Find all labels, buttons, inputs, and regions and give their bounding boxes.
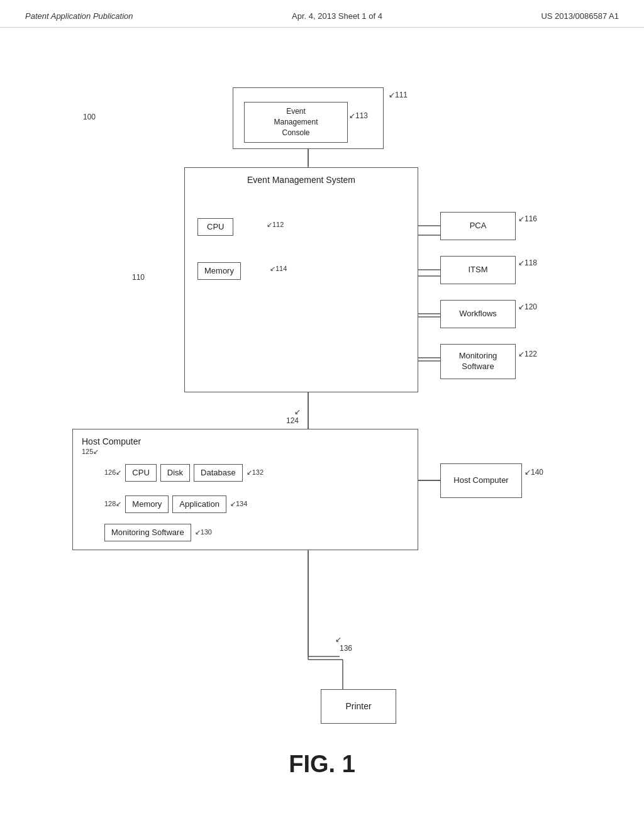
ref-126-label: 126↙ (104, 468, 121, 477)
itsm-box: ITSM (440, 256, 516, 284)
ref-124-label: 124 (286, 416, 299, 425)
ref-122: ↙122 (518, 350, 537, 358)
event-management-console-box: Event Management Console (244, 102, 348, 143)
header-center: Apr. 4, 2013 Sheet 1 of 4 (292, 11, 382, 21)
diagram-area: 100 Display Event Management Console ↙11… (0, 28, 644, 782)
disk-box: Disk (160, 464, 190, 482)
ref-111: ↙111 (389, 91, 408, 99)
host-computer-140-box: Host Computer (440, 463, 522, 498)
monitoring-software-130-box: Monitoring Software (104, 524, 191, 541)
application-box: Application (172, 495, 226, 513)
memory-128-box: Memory (125, 495, 169, 513)
ref-128-label: 128↙ (104, 499, 121, 509)
page-header: Patent Application Publication Apr. 4, 2… (0, 0, 644, 28)
ref-130-label: ↙130 (195, 528, 212, 537)
cpu-112-inner: CPU (197, 218, 233, 236)
workflows-box: Workflows (440, 300, 516, 328)
memory-114-inner: Memory (197, 262, 241, 280)
monitoring-software-122-box: Monitoring Software (440, 344, 516, 379)
ref-140: ↙140 (525, 468, 543, 477)
ref-114: ↙114 (270, 264, 287, 274)
header-right: US 2013/0086587 A1 (541, 11, 619, 21)
database-box: Database (194, 464, 243, 482)
pca-box: PCA (440, 212, 516, 240)
ref-125: 125↙ (82, 447, 99, 456)
cpu-126-box: CPU (125, 464, 156, 482)
ref-116: ↙116 (518, 214, 537, 223)
ref-120: ↙120 (518, 302, 537, 311)
ref-112: ↙112 (267, 220, 284, 230)
ref-134-label: ↙134 (230, 499, 247, 509)
ref-136-arrow: ↙ (335, 635, 341, 644)
ref-132-label: ↙132 (247, 468, 264, 477)
header-left: Patent Application Publication (25, 11, 133, 21)
ref-110: 110 (132, 273, 145, 282)
ref-118: ↙118 (518, 258, 537, 267)
event-management-system-box: Event Management System CPU ↙112 Memory … (184, 167, 418, 392)
ref-100: 100 (83, 113, 96, 121)
ref-113: ↙113 (349, 111, 368, 120)
ref-136-label: 136 (340, 644, 352, 653)
printer-box: Printer (321, 689, 396, 724)
fig-label: FIG. 1 (0, 751, 644, 763)
host-computer-124-box: Host Computer 125↙ 126↙ CPU Disk Databas… (72, 429, 418, 550)
ref-124-arrow: ↙ (294, 407, 301, 416)
